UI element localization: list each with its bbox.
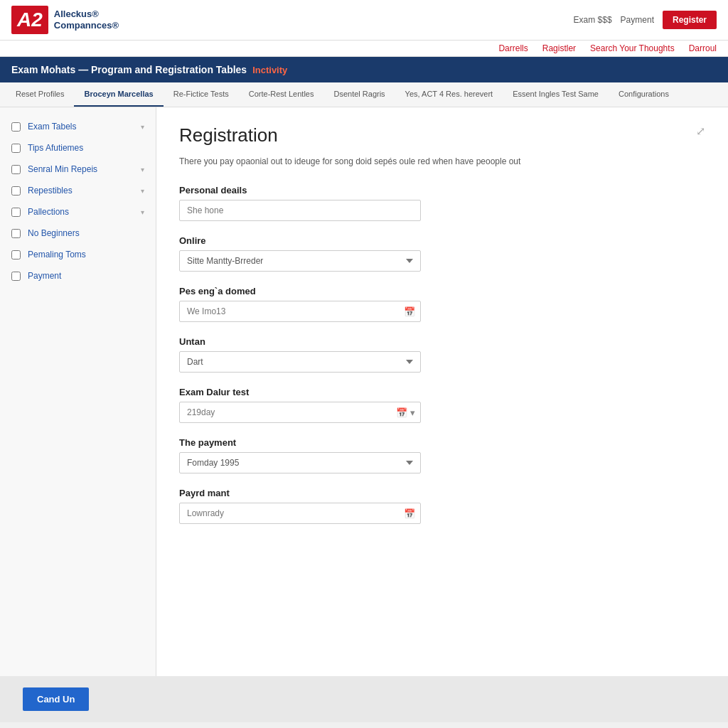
pes-eng-input[interactable] [179,301,421,322]
sidebar-item-exam-tabels[interactable]: Exam Tabels ▾ [0,116,156,137]
online-select[interactable]: Sitte Mantty-Brreder [179,250,421,272]
sidebar-item-pemaling[interactable]: Pemaling Toms [0,244,156,265]
header: A2 Alleckus® Compannces® Exam $$$ Paymen… [0,0,728,41]
payment-link[interactable]: Payment [621,15,654,25]
logo-text: Alleckus® Compannces® [54,9,119,31]
payrd-mant-input[interactable] [179,503,421,524]
banner-status: Inctivity [252,65,287,75]
sidebar-checkbox-senral[interactable] [11,165,21,174]
exam-date-label: Exam Dalur test [179,387,705,397]
nav-darrells[interactable]: Darrells [498,43,528,53]
tab-broceyn[interactable]: Broceyn Marcellas [74,82,163,107]
exam-link[interactable]: Exam $$$ [574,15,612,25]
form-section-exam-date: Exam Dalur test 📅 ▾ [179,387,705,423]
top-nav: Darrells Ragistler Search Your Thoughts … [0,41,728,57]
banner: Exam Mohats — Program and Registration T… [0,57,728,82]
tab-dsentel[interactable]: Dsentel Ragris [323,82,395,107]
sidebar-item-beginners[interactable]: No Beginners [0,223,156,244]
page-title: Registration [179,124,705,146]
exam-date-input[interactable] [179,402,421,423]
chevron-icon-0: ▾ [141,123,144,131]
online-label: Onlire [179,235,705,246]
sidebar-checkbox-pallections[interactable] [11,208,21,217]
pes-eng-input-wrapper: 📅 [179,301,421,322]
sidebar-checkbox-exam[interactable] [11,122,21,132]
logo-a2: A2 [11,6,48,34]
payrd-mant-label: Payrd mant [179,488,705,498]
page-description: There you pay opaonial out to ideuge for… [179,155,705,168]
company-name: Alleckus® [54,9,119,20]
personal-details-input[interactable] [179,200,421,221]
form-section-online: Onlire Sitte Mantty-Brreder [179,235,705,272]
sidebar-item-senral[interactable]: Senral Min Repeis ▾ [0,159,156,180]
header-right: Exam $$$ Payment Register [574,11,717,29]
tab-corte[interactable]: Corte-Rest Lentles [239,82,324,107]
content-area: ⤢ Registration There you pay opaonial ou… [156,107,728,676]
form-section-payrd-mant: Payrd mant 📅 [179,488,705,524]
chevron-icon-3: ▾ [141,187,144,195]
the-payment-label: The payment [179,437,705,448]
tab-config[interactable]: Configurations [609,82,679,107]
action-bar: Cand Un [0,676,728,722]
nav-darroul[interactable]: Darroul [689,43,717,53]
form-section-personal: Personal deails [179,185,705,221]
main-layout: Exam Tabels ▾ Tips Afutiemes Senral Min … [0,107,728,676]
untan-select[interactable]: Dart [179,351,421,373]
tab-bar: Reset Profiles Broceyn Marcellas Re-Fict… [0,82,728,107]
chevron-icon-2: ▾ [141,166,144,173]
sidebar-item-pallections[interactable]: Pallections ▾ [0,201,156,223]
sidebar-item-tips[interactable]: Tips Afutiemes [0,137,156,159]
form-section-untan: Untan Dart [179,336,705,373]
register-button[interactable]: Register [663,11,717,29]
personal-details-label: Personal deails [179,185,705,196]
payment-select[interactable]: Fomday 1995 [179,452,421,473]
company-sub: Compannces® [54,20,119,31]
tab-reset-profiles[interactable]: Reset Profiles [6,82,74,107]
chevron-icon-4: ▾ [141,208,144,216]
sidebar-checkbox-pemaling[interactable] [11,250,21,259]
logo-area: A2 Alleckus® Compannces® [11,6,119,34]
sidebar-checkbox-payment[interactable] [11,272,21,281]
sidebar-checkbox-repest[interactable] [11,186,21,196]
tab-re-fictice[interactable]: Re-Fictice Tests [164,82,239,107]
form-section-the-payment: The payment Fomday 1995 [179,437,705,473]
sidebar: Exam Tabels ▾ Tips Afutiemes Senral Min … [0,107,156,676]
form-section-pes-eng: Pes eng`a domed 📅 [179,286,705,322]
sidebar-checkbox-tips[interactable] [11,144,21,153]
sidebar-item-repest[interactable]: Repestibles ▾ [0,180,156,201]
nav-ragistler[interactable]: Ragistler [542,43,576,53]
tab-yes-act[interactable]: Yes, ACT 4 Res. herevert [395,82,503,107]
banner-title: Exam Mohats — Program and Registration T… [11,64,247,75]
expand-icon[interactable]: ⤢ [696,124,705,138]
untan-label: Untan [179,336,705,347]
nav-search[interactable]: Search Your Thoughts [590,43,675,53]
tab-essent[interactable]: Essent Ingles Test Same [503,82,609,107]
cand-un-button[interactable]: Cand Un [23,687,89,711]
pes-eng-label: Pes eng`a domed [179,286,705,296]
sidebar-item-payment[interactable]: Payment [0,265,156,287]
sidebar-checkbox-beginners[interactable] [11,229,21,238]
payrd-mant-input-wrapper: 📅 [179,503,421,524]
exam-date-input-wrapper: 📅 ▾ [179,402,421,423]
